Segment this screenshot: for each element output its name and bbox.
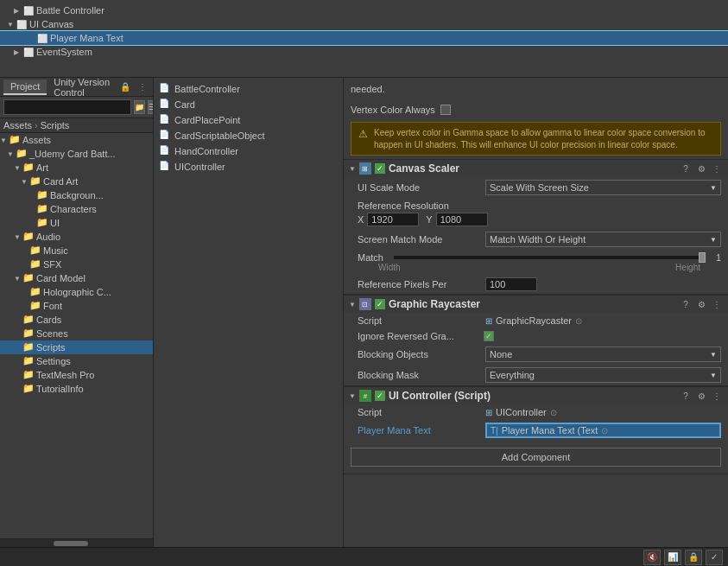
canvas-scaler-header[interactable]: ▼ ⊞ ✓ Canvas Scaler ? ⚙ ⋮: [344, 159, 728, 177]
stats-icon[interactable]: 📊: [664, 550, 681, 565]
search-bar: 📁 ☰ 🏷 ★ 17: [0, 97, 153, 118]
search-input[interactable]: [3, 99, 131, 115]
hierarchy-item-battle-controller[interactable]: ▶ ⬜ Battle Controller: [0, 3, 728, 17]
script-ref-icon: ⊞: [485, 408, 492, 417]
tree-item-tutorialinfo[interactable]: ▶ 📁 TutorialInfo: [0, 382, 153, 396]
breadcrumb-separator: ›: [35, 120, 38, 130]
folder-icon: 📁: [22, 231, 35, 243]
tree-label: TextMesh Pro: [36, 370, 94, 380]
script-item-label: CardScriptableObject: [174, 130, 265, 141]
tree-item-settings[interactable]: ▶ 📁 Settings: [0, 354, 153, 368]
match-slider-section: Match 1 Width Height: [344, 250, 728, 275]
match-label: Match: [358, 252, 383, 263]
ui-ctrl-check[interactable]: ✓: [375, 391, 385, 401]
tree-item-ui[interactable]: ▶ 📁 UI: [0, 216, 153, 230]
tree-item-music[interactable]: ▶ 📁 Music: [0, 244, 153, 258]
search-filter-btn[interactable]: ☰: [148, 100, 154, 114]
hierarchy-item-eventsystem[interactable]: ▶ ⬜ EventSystem: [0, 45, 728, 59]
help-icon[interactable]: ?: [680, 298, 692, 310]
breadcrumb-part2[interactable]: Scripts: [41, 120, 70, 130]
ref-target-icon[interactable]: ⊙: [601, 426, 608, 436]
blocking-objects-dropdown[interactable]: None ▼: [485, 347, 721, 362]
hierarchy-item-ui-canvas[interactable]: ▼ ⬜ UI Canvas: [0, 17, 728, 31]
add-component-button[interactable]: Add Component: [351, 448, 721, 467]
script-item-cardscriptable[interactable]: 📄 CardScriptableObject: [155, 128, 341, 143]
ui-ctrl-script-row: Script ⊞ UIController ⊙: [344, 404, 728, 420]
match-slider-thumb[interactable]: [699, 252, 706, 263]
screen-match-value: Match Width Or Height: [490, 234, 586, 245]
tree-label: Settings: [36, 356, 71, 366]
hierarchy-item-player-mana[interactable]: ▶ ⬜ Player Mana Text: [0, 31, 728, 45]
tree-item-art[interactable]: ▼ 📁 Art: [0, 161, 153, 175]
lock-icon[interactable]: 🔒: [118, 80, 132, 94]
tree-item-background[interactable]: ▶ 📁 Backgroun...: [0, 188, 153, 202]
script-item-battle[interactable]: 📄 BattleController: [155, 81, 341, 97]
section-expand-arrow: ▼: [349, 301, 356, 308]
info-box: needed.: [344, 78, 728, 101]
player-mana-input[interactable]: T| Player Mana Text (Text ⊙: [485, 423, 721, 438]
tree-item-holographic[interactable]: ▶ 📁 Holographic C...: [0, 285, 153, 299]
tree-item-assets[interactable]: ▼ 📁 Assets: [0, 133, 153, 147]
tab-project[interactable]: Project: [3, 79, 47, 95]
ref-target-icon[interactable]: ⊙: [550, 408, 557, 417]
ref-pixels-input[interactable]: [485, 277, 537, 291]
warning-box: ⚠ Keep vertex color in Gamma space to al…: [351, 122, 721, 156]
script-item-uicontroller[interactable]: 📄 UIController: [155, 159, 341, 175]
tree-item-card-art[interactable]: ▼ 📁 Card Art: [0, 175, 153, 188]
vertex-color-toggle[interactable]: [440, 105, 451, 115]
blocking-objects-value: None: [490, 349, 512, 359]
ignore-reversed-checkbox[interactable]: ✓: [484, 331, 494, 341]
player-mana-label[interactable]: Player Mana Text: [358, 425, 478, 436]
breadcrumb-part1[interactable]: Assets: [3, 120, 32, 130]
script-item-card[interactable]: 📄 Card: [155, 97, 341, 112]
bottom-toolbar: 🔇 📊 🔒 ✓: [0, 547, 728, 566]
check-icon[interactable]: ✓: [706, 550, 723, 565]
more-options-icon[interactable]: ⋮: [136, 80, 149, 94]
more-icon[interactable]: ⋮: [711, 390, 723, 402]
tree-item-scripts[interactable]: ▶ 📁 Scripts: [0, 340, 153, 354]
ui-scale-mode-dropdown[interactable]: Scale With Screen Size ▼: [485, 180, 721, 195]
help-icon[interactable]: ?: [680, 162, 692, 175]
blocking-mask-dropdown[interactable]: Everything ▼: [485, 367, 721, 383]
dropdown-arrow: ▼: [710, 372, 717, 379]
vertex-color-row: Vertex Color Always: [344, 101, 728, 118]
tree-item-font[interactable]: ▶ 📁 Font: [0, 299, 153, 313]
ui-scale-mode-value: Scale With Screen Size: [490, 182, 589, 193]
tree-item-cards[interactable]: ▶ 📁 Cards: [0, 313, 153, 327]
ref-res-y-input[interactable]: [436, 213, 488, 226]
ref-res-x-input[interactable]: [367, 213, 419, 226]
screen-match-dropdown[interactable]: Match Width Or Height ▼: [485, 232, 721, 247]
horizontal-scrollbar[interactable]: [0, 538, 153, 547]
raycaster-check[interactable]: ✓: [375, 299, 385, 309]
mute-icon[interactable]: 🔇: [643, 550, 661, 565]
ref-target-icon[interactable]: ⊙: [575, 316, 582, 326]
tree-item-audio[interactable]: ▼ 📁 Audio: [0, 230, 153, 244]
folder-icon: 📁: [22, 383, 35, 395]
vertex-color-label: Vertex Color Always: [351, 105, 435, 115]
tab-version-control[interactable]: Unity Version Control: [47, 78, 118, 99]
canvas-scaler-check[interactable]: ✓: [375, 163, 385, 174]
graphic-raycaster-section: ▼ ⊡ ✓ Graphic Raycaster ? ⚙ ⋮ Script ⊞ G…: [344, 295, 728, 386]
help-icon[interactable]: ?: [680, 390, 692, 402]
cube-icon: ⬜: [36, 32, 48, 44]
tree-item-scenes[interactable]: ▶ 📁 Scenes: [0, 327, 153, 340]
tree-item-card-model[interactable]: ▼ 📁 Card Model: [0, 271, 153, 285]
more-icon[interactable]: ⋮: [711, 298, 723, 310]
tree-item-characters[interactable]: ▶ 📁 Characters: [0, 202, 153, 216]
script-item-cardplacepoint[interactable]: 📄 CardPlacePoint: [155, 112, 341, 128]
tree-item-sfx[interactable]: ▶ 📁 SFX: [0, 258, 153, 271]
tree-item-textmesh[interactable]: ▶ 📁 TextMesh Pro: [0, 368, 153, 382]
tree-item-udemy[interactable]: ▼ 📁 _Udemy Card Batt...: [0, 147, 153, 161]
script-item-handcontroller[interactable]: 📄 HandController: [155, 143, 341, 159]
settings-icon[interactable]: ⚙: [695, 162, 707, 175]
search-folder-btn[interactable]: 📁: [134, 100, 145, 114]
graphic-raycaster-header[interactable]: ▼ ⊡ ✓ Graphic Raycaster ? ⚙ ⋮: [344, 295, 728, 313]
dropdown-arrow: ▼: [710, 351, 717, 359]
settings-icon[interactable]: ⚙: [695, 298, 707, 310]
ref-res-x-field: X: [358, 213, 419, 226]
settings-icon[interactable]: ⚙: [695, 390, 707, 402]
ui-controller-header[interactable]: ▼ # ✓ UI Controller (Script) ? ⚙ ⋮: [344, 386, 728, 404]
lock-icon[interactable]: 🔒: [685, 550, 702, 565]
more-icon[interactable]: ⋮: [711, 162, 723, 175]
scrollbar-thumb[interactable]: [54, 541, 88, 546]
